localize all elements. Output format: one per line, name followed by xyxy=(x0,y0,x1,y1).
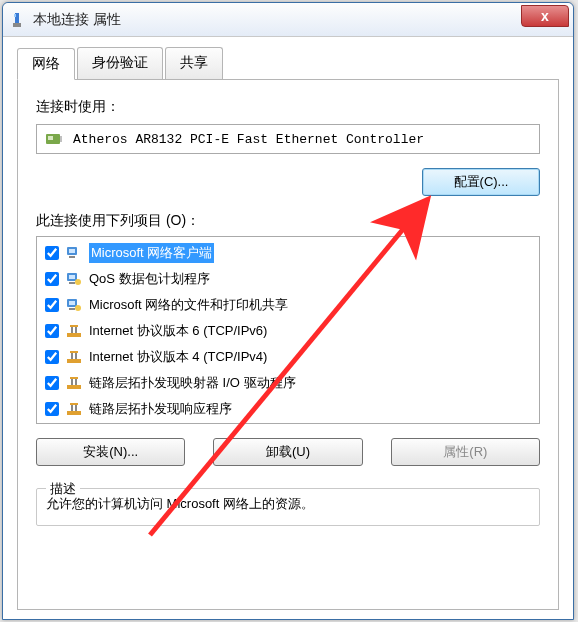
item-checkbox[interactable] xyxy=(45,246,59,260)
item-checkbox[interactable] xyxy=(45,298,59,312)
svg-rect-29 xyxy=(75,378,77,385)
client-area: 网络 身份验证 共享 连接时使用： Atheros AR8132 PCI-E F… xyxy=(3,37,573,622)
tab-network[interactable]: 网络 xyxy=(17,48,75,80)
list-item[interactable]: Microsoft 网络的文件和打印机共享 xyxy=(41,292,535,318)
item-label: 链路层拓扑发现响应程序 xyxy=(89,400,232,418)
item-checkbox[interactable] xyxy=(45,402,59,416)
items-used-label: 此连接使用下列项目 (O)： xyxy=(36,212,540,230)
svg-point-16 xyxy=(75,305,81,311)
service-icon xyxy=(65,270,83,288)
client-icon xyxy=(65,244,83,262)
list-item[interactable]: 链路层拓扑发现响应程序 xyxy=(41,396,535,422)
svg-rect-28 xyxy=(71,378,73,385)
list-item[interactable]: 链路层拓扑发现映射器 I/O 驱动程序 xyxy=(41,370,535,396)
protocol-icon xyxy=(65,400,83,418)
window-title: 本地连接 属性 xyxy=(33,11,121,29)
svg-rect-7 xyxy=(69,249,75,253)
item-checkbox[interactable] xyxy=(45,324,59,338)
svg-rect-25 xyxy=(70,351,74,353)
titlebar[interactable]: 本地连接 属性 x xyxy=(3,3,573,37)
item-label: Microsoft 网络的文件和打印机共享 xyxy=(89,296,288,314)
connect-using-label: 连接时使用： xyxy=(36,98,540,116)
svg-rect-34 xyxy=(75,404,77,411)
list-item[interactable]: QoS 数据包计划程序 xyxy=(41,266,535,292)
svg-rect-17 xyxy=(67,333,81,337)
svg-rect-14 xyxy=(69,301,75,305)
item-label: Internet 协议版本 4 (TCP/IPv4) xyxy=(89,348,267,366)
svg-rect-4 xyxy=(48,136,53,140)
item-checkbox[interactable] xyxy=(45,272,59,286)
list-item[interactable]: Internet 协议版本 6 (TCP/IPv6) xyxy=(41,318,535,344)
tab-auth[interactable]: 身份验证 xyxy=(77,47,163,79)
svg-rect-1 xyxy=(13,23,21,27)
svg-rect-27 xyxy=(67,385,81,389)
items-list[interactable]: Microsoft 网络客户端QoS 数据包计划程序Microsoft 网络的文… xyxy=(36,236,540,424)
item-label: Internet 协议版本 6 (TCP/IPv6) xyxy=(89,322,267,340)
protocol-icon xyxy=(65,374,83,392)
item-checkbox[interactable] xyxy=(45,376,59,390)
item-label: QoS 数据包计划程序 xyxy=(89,270,210,288)
list-item[interactable]: Microsoft 网络客户端 xyxy=(41,240,535,266)
svg-rect-24 xyxy=(75,352,77,359)
svg-rect-15 xyxy=(69,308,75,310)
adapter-name: Atheros AR8132 PCI-E Fast Ethernet Contr… xyxy=(73,132,424,147)
tab-strip: 网络 身份验证 共享 xyxy=(17,47,559,80)
svg-rect-2 xyxy=(14,14,16,17)
svg-rect-21 xyxy=(74,325,78,327)
list-item[interactable]: Internet 协议版本 4 (TCP/IPv4) xyxy=(41,344,535,370)
svg-rect-26 xyxy=(74,351,78,353)
configure-row: 配置(C)... xyxy=(36,168,540,196)
svg-rect-23 xyxy=(71,352,73,359)
item-checkbox[interactable] xyxy=(45,350,59,364)
item-buttons-row: 安装(N)... 卸载(U) 属性(R) xyxy=(36,438,540,466)
svg-rect-8 xyxy=(69,256,75,258)
svg-rect-11 xyxy=(69,282,75,284)
svg-rect-36 xyxy=(74,403,78,405)
svg-rect-18 xyxy=(71,326,73,333)
protocol-icon xyxy=(65,348,83,366)
description-text: 允许您的计算机访问 Microsoft 网络上的资源。 xyxy=(46,490,530,514)
svg-rect-19 xyxy=(75,326,77,333)
svg-rect-31 xyxy=(74,377,78,379)
svg-rect-10 xyxy=(69,275,75,279)
close-icon: x xyxy=(541,8,549,24)
properties-window: 本地连接 属性 x 网络 身份验证 共享 连接时使用： Atheros AR81… xyxy=(2,2,574,620)
svg-rect-32 xyxy=(67,411,81,415)
svg-rect-33 xyxy=(71,404,73,411)
tab-sharing[interactable]: 共享 xyxy=(165,47,223,79)
description-group: 描述 允许您的计算机访问 Microsoft 网络上的资源。 xyxy=(36,480,540,526)
protocol-icon xyxy=(65,322,83,340)
svg-rect-5 xyxy=(60,136,62,142)
close-button[interactable]: x xyxy=(521,5,569,27)
properties-button[interactable]: 属性(R) xyxy=(391,438,540,466)
nic-icon xyxy=(45,131,63,147)
install-button[interactable]: 安装(N)... xyxy=(36,438,185,466)
tab-panel-network: 连接时使用： Atheros AR8132 PCI-E Fast Etherne… xyxy=(17,80,559,610)
service-icon xyxy=(65,296,83,314)
svg-rect-22 xyxy=(67,359,81,363)
item-label: 链路层拓扑发现映射器 I/O 驱动程序 xyxy=(89,374,296,392)
configure-button[interactable]: 配置(C)... xyxy=(422,168,540,196)
uninstall-button[interactable]: 卸载(U) xyxy=(213,438,362,466)
connection-icon xyxy=(9,12,25,28)
svg-rect-20 xyxy=(70,325,74,327)
svg-rect-35 xyxy=(70,403,74,405)
svg-point-12 xyxy=(75,279,81,285)
adapter-box: Atheros AR8132 PCI-E Fast Ethernet Contr… xyxy=(36,124,540,154)
svg-rect-30 xyxy=(70,377,74,379)
item-label: Microsoft 网络客户端 xyxy=(89,243,214,263)
